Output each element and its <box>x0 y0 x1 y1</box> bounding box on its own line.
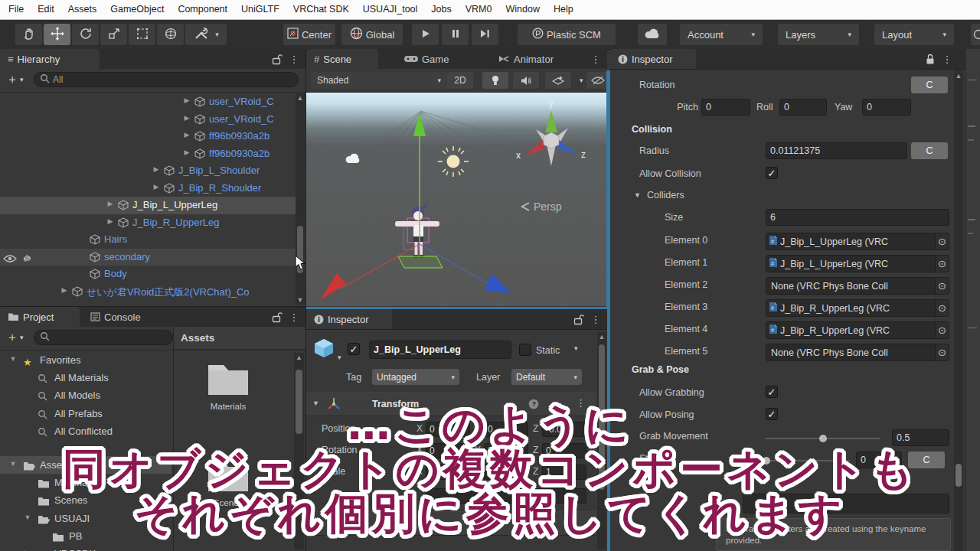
expand-arrow-icon[interactable]: ▶ <box>181 114 192 122</box>
expand-arrow-icon[interactable]: ▼ <box>22 514 33 521</box>
menu-item-0[interactable]: File <box>2 0 31 19</box>
tab-inspector[interactable]: Inspector <box>306 309 392 329</box>
transform-field-z[interactable]: 1 <box>542 465 586 480</box>
expand-arrow-icon[interactable]: ▶ <box>105 217 116 225</box>
add-button[interactable]: ＋ <box>6 72 18 88</box>
inspector-scrollbar[interactable]: ▲ <box>597 332 606 549</box>
play-button[interactable] <box>412 24 439 45</box>
object-picker-icon[interactable]: ⊙ <box>935 300 949 316</box>
project-tree-row[interactable]: All Prefabs <box>0 405 172 422</box>
add-button[interactable]: ＋ <box>6 330 18 346</box>
layers-dropdown[interactable]: Layers▾ <box>778 24 859 45</box>
chevron-down-icon[interactable]: ▾ <box>580 77 583 84</box>
pivot-toggle-button[interactable]: Center <box>283 24 335 45</box>
transform-field-y[interactable]: 1 <box>484 465 528 480</box>
toggle-2d-button[interactable]: 2D <box>447 72 473 89</box>
scrollbar-thumb[interactable] <box>599 344 605 490</box>
project-tree-row[interactable]: All Conflicted <box>0 422 172 440</box>
unlock-icon[interactable] <box>572 314 586 325</box>
kebab-menu-icon[interactable]: ⋮ <box>576 398 586 409</box>
copy-button[interactable]: C <box>908 452 945 468</box>
hierarchy-row[interactable]: ▶J_Bip_R_Shoulder <box>0 180 296 197</box>
foldout-arrow-icon[interactable]: ▼ <box>312 519 319 527</box>
hierarchy-row[interactable]: ▶ff96b0930a2b <box>0 145 296 163</box>
foldout-arrow-icon[interactable]: ▼ <box>634 191 641 199</box>
project-tree-row[interactable]: Materials <box>0 474 172 491</box>
help-icon[interactable]: ? <box>528 399 539 412</box>
hierarchy-row[interactable]: ▶ff96b0930a2b <box>0 128 296 145</box>
tab-project[interactable]: Project <box>0 307 80 327</box>
transform-field-z[interactable]: -0.03 <box>542 422 586 437</box>
size-field[interactable]: 6 <box>766 209 949 226</box>
chevron-down-icon[interactable]: ▾ <box>20 76 24 83</box>
asset-folder-scenes[interactable]: Scenes <box>186 457 270 507</box>
project-tree-row[interactable]: ▶VRCSDK <box>0 545 172 551</box>
project-tree-row[interactable]: All Materials <box>0 369 172 386</box>
scene-viewport[interactable]: y x z Persp <box>306 93 607 306</box>
allow-posing-checkbox[interactable]: ✓ <box>766 408 778 420</box>
project-search-input[interactable] <box>34 330 173 345</box>
pitch-field[interactable]: 0 <box>701 99 750 116</box>
object-reference-field[interactable]: #J_Bip_L_UpperLeg (VRC⊙ <box>766 233 949 250</box>
copy-button[interactable]: C <box>911 142 948 159</box>
stretch-field[interactable]: 0 <box>856 452 902 468</box>
copy-button[interactable]: C <box>911 77 948 93</box>
project-tree-row[interactable]: ▼★Favorites <box>0 351 172 369</box>
rotate-tool-button[interactable] <box>72 24 99 45</box>
scroll-up-icon[interactable]: ▲ <box>296 94 305 102</box>
menu-item-2[interactable]: Assets <box>61 0 104 19</box>
account-dropdown[interactable]: Account▾ <box>680 24 763 45</box>
hierarchy-scrollbar[interactable]: ▲ ▼ <box>296 93 305 305</box>
transform-field-z[interactable]: 0 <box>542 443 586 458</box>
next-component-header[interactable]: ▼ <box>306 511 596 536</box>
inspector-scrollbar[interactable]: ▲ <box>954 70 963 551</box>
scale-tool-button[interactable] <box>100 24 127 45</box>
transform-component-header[interactable]: ▼ Transform ? ⋮ <box>306 392 596 416</box>
transform-field-y[interactable]: 0 <box>484 422 528 437</box>
assets-breadcrumb[interactable]: Assets <box>174 327 305 350</box>
scrollbar-thumb[interactable] <box>296 370 302 434</box>
hierarchy-row[interactable]: Body <box>0 266 296 283</box>
scroll-down-icon[interactable]: ▼ <box>296 296 305 304</box>
step-button[interactable] <box>472 24 498 45</box>
transform-field-x[interactable]: 1 <box>426 465 470 480</box>
object-picker-icon[interactable]: ⊙ <box>935 278 949 294</box>
hand-tool-button[interactable] <box>15 24 42 45</box>
stretch-slider[interactable] <box>766 460 850 461</box>
hierarchy-search-input[interactable]: All <box>34 72 299 87</box>
kebab-menu-icon[interactable]: ⋮ <box>589 54 603 65</box>
tab-game[interactable]: Game <box>397 49 466 69</box>
transform-field-x[interactable]: 0 <box>426 422 470 437</box>
scroll-up-icon[interactable]: ▲ <box>954 72 963 80</box>
eye-icon[interactable] <box>3 253 17 266</box>
layout-dropdown[interactable]: Layout▾ <box>874 24 954 45</box>
radius-field[interactable]: 0.01121375 <box>766 142 907 159</box>
rect-tool-button[interactable] <box>129 24 155 45</box>
chevron-down-icon[interactable]: ▾ <box>20 334 24 341</box>
menu-item-6[interactable]: VRChat SDK <box>286 0 356 19</box>
object-picker-icon[interactable]: ⊙ <box>935 322 949 338</box>
project-tree-row[interactable]: PB <box>0 527 172 545</box>
expand-arrow-icon[interactable]: ▼ <box>8 355 18 363</box>
expand-arrow-icon[interactable]: ▶ <box>59 286 70 294</box>
expand-arrow-icon[interactable]: ▶ <box>151 183 162 191</box>
plastic-scm-button[interactable]: Plastic SCM <box>518 24 616 45</box>
menu-item-1[interactable]: Edit <box>31 0 61 19</box>
object-reference-field[interactable]: None (VRC Phys Bone Coll⊙ <box>766 344 949 361</box>
menu-item-7[interactable]: USUAJI_tool <box>356 0 425 19</box>
foldout-arrow-icon[interactable]: ▼ <box>312 399 319 407</box>
scene-effects-button[interactable] <box>545 72 571 89</box>
hierarchy-row[interactable]: ▶J_Bip_R_UpperLeg <box>0 214 296 232</box>
menu-item-8[interactable]: Jobs <box>424 0 458 19</box>
allow-grabbing-checkbox[interactable]: ✓ <box>766 386 778 398</box>
project-tree-row[interactable]: ▼Assets <box>0 456 172 474</box>
transform-tool-button[interactable] <box>157 24 184 45</box>
roll-field[interactable]: 0 <box>779 99 827 116</box>
move-tool-button[interactable] <box>44 24 70 45</box>
chevron-down-icon[interactable]: ▾ <box>338 354 341 361</box>
kebab-menu-icon[interactable]: ⋮ <box>287 311 301 323</box>
pick-icon[interactable] <box>21 252 32 266</box>
parameter-field[interactable] <box>743 494 949 514</box>
expand-arrow-icon[interactable]: ▶ <box>181 131 192 139</box>
asset-folder-materials[interactable]: Materials <box>186 360 270 411</box>
